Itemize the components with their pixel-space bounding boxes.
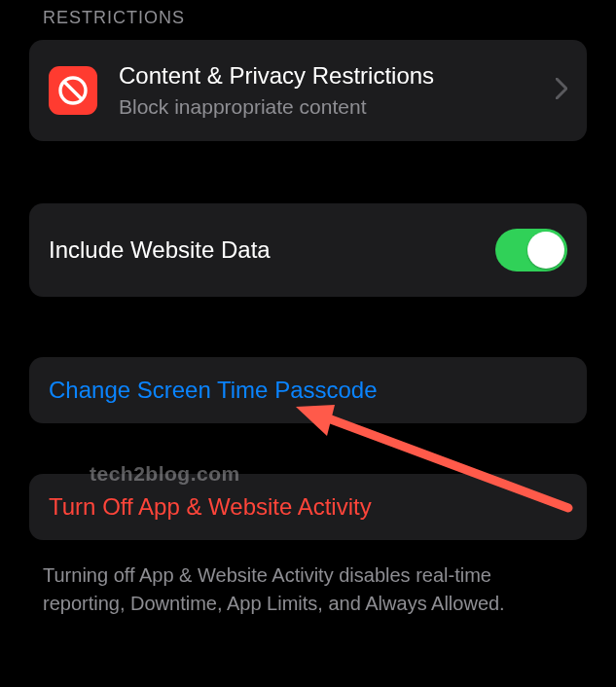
restrictions-text: Content & Privacy Restrictions Block ina… bbox=[119, 61, 546, 120]
include-website-data-row: Include Website Data bbox=[29, 203, 587, 297]
restrictions-title: Content & Privacy Restrictions bbox=[119, 61, 546, 90]
toggle-thumb bbox=[527, 232, 564, 269]
no-entry-icon bbox=[57, 75, 89, 106]
chevron-right-icon bbox=[556, 78, 567, 103]
turn-off-activity-button[interactable]: Turn Off App & Website Activity bbox=[29, 474, 587, 540]
turn-off-label: Turn Off App & Website Activity bbox=[49, 493, 567, 521]
change-screen-time-passcode-button[interactable]: Change Screen Time Passcode bbox=[29, 357, 587, 423]
svg-line-1 bbox=[65, 83, 82, 99]
section-header-restrictions: RESTRICTIONS bbox=[29, 0, 587, 40]
footer-text: Turning off App & Website Activity disab… bbox=[29, 548, 587, 618]
restrictions-icon bbox=[49, 66, 97, 115]
restrictions-subtitle: Block inappropriate content bbox=[119, 94, 546, 120]
content-privacy-restrictions-row[interactable]: Content & Privacy Restrictions Block ina… bbox=[29, 40, 587, 141]
include-website-data-toggle[interactable] bbox=[495, 229, 567, 271]
change-passcode-label: Change Screen Time Passcode bbox=[49, 377, 567, 404]
include-website-data-label: Include Website Data bbox=[49, 235, 495, 265]
